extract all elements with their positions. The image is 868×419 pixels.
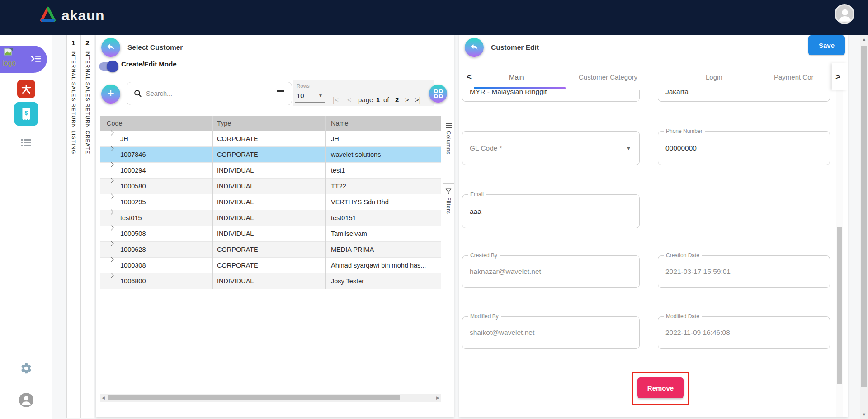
- expand-row-icon[interactable]: [108, 146, 113, 151]
- clipped-field-right[interactable]: Jakarta: [658, 90, 830, 102]
- modified-date-value: 2022-11-09 16:46:08: [665, 329, 730, 337]
- currency-field-clipped[interactable]: MYR - Malaysian Ringgit: [462, 90, 640, 102]
- back-button[interactable]: [101, 38, 120, 57]
- expand-row-icon[interactable]: [108, 209, 113, 214]
- dropdown-caret-icon[interactable]: ▼: [318, 93, 323, 98]
- scroll-up-icon[interactable]: ▲: [862, 37, 866, 42]
- table-row[interactable]: 1000628CORPORATEMEDIA PRIMA: [100, 242, 441, 258]
- column-header-type[interactable]: Type: [217, 120, 231, 127]
- scroll-right-icon[interactable]: ▶: [436, 395, 439, 400]
- expand-row-icon[interactable]: [108, 178, 113, 183]
- cell-type: CORPORATE: [217, 147, 258, 162]
- modified-date-label: Modified Date: [664, 313, 702, 320]
- filters-tab[interactable]: Filters: [443, 188, 454, 214]
- expand-row-icon[interactable]: [108, 162, 113, 167]
- search-input[interactable]: [146, 84, 259, 103]
- phone-number-value: 00000000: [665, 144, 697, 152]
- tabs-scroll-right-button[interactable]: >: [835, 72, 840, 82]
- cell-name: JH: [331, 131, 339, 146]
- table-row[interactable]: 1006800INDIVIDUALJosy Tester: [100, 273, 441, 289]
- tabs-scroll-left-button[interactable]: <: [467, 72, 472, 82]
- rows-per-page-select[interactable]: 10: [297, 92, 304, 99]
- cell-type: INDIVIDUAL: [217, 226, 254, 241]
- create-edit-mode-toggle[interactable]: [99, 62, 117, 71]
- dai-app-icon[interactable]: [0, 80, 52, 98]
- cell-name: test0151: [331, 210, 356, 226]
- table-header: Code Type Name: [100, 116, 441, 131]
- tab-payment-config[interactable]: Payment Cor: [774, 73, 814, 81]
- table-row[interactable]: JHCORPORATEJH: [100, 131, 441, 147]
- back-icon: [470, 42, 479, 53]
- next-page-button[interactable]: >: [405, 96, 409, 104]
- gl-code-dropdown[interactable]: GL Code * ▼: [462, 131, 640, 165]
- tenant-logo-pill[interactable]: logo: [0, 46, 47, 73]
- workspace-tab-label: INTERNAL SALES RETURN LISTING: [71, 50, 76, 155]
- menu-expand-icon[interactable]: [30, 53, 42, 66]
- column-header-name[interactable]: Name: [331, 120, 349, 127]
- first-page-button[interactable]: |<: [333, 96, 339, 104]
- cell-type: CORPORATE: [217, 258, 258, 273]
- last-page-button[interactable]: >|: [415, 96, 421, 104]
- rows-select-underline: [295, 102, 326, 103]
- filter-icon[interactable]: [277, 90, 284, 94]
- scroll-left-icon[interactable]: ◀: [102, 395, 105, 400]
- save-button[interactable]: Save: [808, 35, 845, 55]
- user-avatar[interactable]: [835, 4, 854, 24]
- grid-view-button[interactable]: [429, 85, 447, 103]
- remove-button[interactable]: Remove: [637, 377, 684, 398]
- table-row-selected[interactable]: 1007846CORPORATEwavelet solutions: [100, 147, 441, 163]
- expand-row-icon[interactable]: [108, 130, 113, 135]
- scrollbar-thumb[interactable]: [108, 395, 400, 400]
- window-scrollbar[interactable]: ▲ ▼: [860, 35, 868, 419]
- table-row[interactable]: 1000295INDIVIDUALVERTHYS Sdn Bhd: [100, 194, 441, 210]
- cell-name: Josy Tester: [331, 273, 364, 289]
- prev-page-button[interactable]: <: [347, 96, 351, 104]
- table-row[interactable]: 1000580INDIVIDUALTT22: [100, 179, 441, 194]
- currency-value: MYR - Malaysian Ringgit: [470, 90, 547, 96]
- cell-code: 1000308: [120, 258, 146, 273]
- clipped-field-right-value: Jakarta: [665, 90, 689, 96]
- add-customer-button[interactable]: +: [101, 85, 120, 104]
- creation-date-value: 2021-03-17 15:59:01: [665, 268, 731, 276]
- billing-doc-icon[interactable]: $: [0, 102, 52, 126]
- tab-main[interactable]: Main: [509, 73, 524, 81]
- tab-login[interactable]: Login: [706, 73, 722, 81]
- cell-type: INDIVIDUAL: [217, 194, 254, 210]
- scrollbar-thumb[interactable]: [837, 227, 842, 384]
- expand-row-icon[interactable]: [108, 273, 113, 278]
- scroll-down-icon[interactable]: ▼: [862, 412, 866, 417]
- total-pages: 2: [395, 96, 399, 104]
- list-icon[interactable]: [0, 138, 52, 147]
- column-header-code[interactable]: Code: [107, 120, 123, 127]
- table-row[interactable]: 1000308CORPORATEAhmad syarqawi bin mohd …: [100, 258, 441, 273]
- panel-scrollbar[interactable]: ▲ ▼: [836, 78, 843, 417]
- gear-icon[interactable]: [0, 362, 52, 375]
- creation-date-label: Creation Date: [664, 252, 702, 259]
- logo-alt-text: logo: [2, 59, 16, 67]
- scrollbar-thumb[interactable]: [861, 46, 867, 387]
- email-field[interactable]: Email aaa: [462, 194, 640, 228]
- table-row[interactable]: 1000508INDIVIDUALTamilselvam: [100, 226, 441, 242]
- gl-code-label: GL Code *: [470, 144, 502, 152]
- search-icon: [133, 89, 142, 99]
- back-button[interactable]: [465, 38, 484, 57]
- phone-number-field[interactable]: Phone Number 00000000: [658, 131, 830, 165]
- dropdown-caret-icon[interactable]: ▼: [626, 146, 631, 151]
- expand-row-icon[interactable]: [108, 241, 113, 246]
- expand-row-icon[interactable]: [108, 225, 113, 230]
- expand-row-icon[interactable]: [108, 257, 113, 262]
- workspace-tab-create[interactable]: 2 INTERNAL SALES RETURN CREATE: [80, 35, 94, 418]
- workspace-tab-listing[interactable]: 1 INTERNAL SALES RETURN LISTING: [66, 35, 80, 418]
- column-divider: [212, 116, 213, 289]
- filters-icon: [445, 188, 452, 194]
- cell-code: JH: [120, 131, 128, 146]
- tab-customer-category[interactable]: Customer Category: [579, 73, 637, 81]
- cell-code: 1000580: [120, 179, 146, 194]
- user-icon[interactable]: [0, 393, 52, 407]
- table-row[interactable]: 1000294INDIVIDUALtest1: [100, 163, 441, 179]
- app-sidebar: logo $: [0, 35, 52, 419]
- horizontal-scrollbar[interactable]: ◀ ▶: [100, 394, 441, 402]
- table-row[interactable]: test015INDIVIDUALtest0151: [100, 210, 441, 226]
- expand-row-icon[interactable]: [108, 193, 113, 198]
- columns-tab[interactable]: Columns: [443, 122, 454, 154]
